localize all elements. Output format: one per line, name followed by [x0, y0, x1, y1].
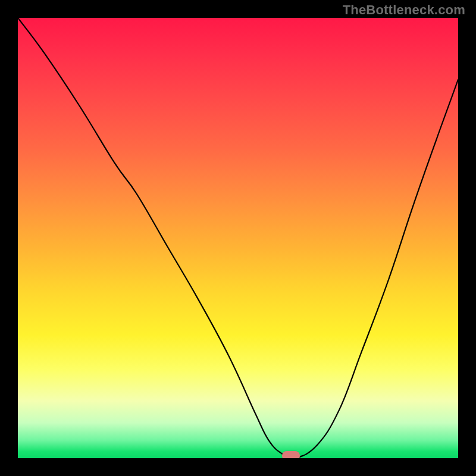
- curve-layer: [18, 18, 458, 458]
- optimal-marker: [282, 451, 300, 458]
- chart-frame: TheBottleneck.com: [0, 0, 476, 476]
- watermark-text: TheBottleneck.com: [343, 2, 465, 18]
- bottleneck-curve: [18, 18, 458, 458]
- plot-area: [18, 18, 458, 458]
